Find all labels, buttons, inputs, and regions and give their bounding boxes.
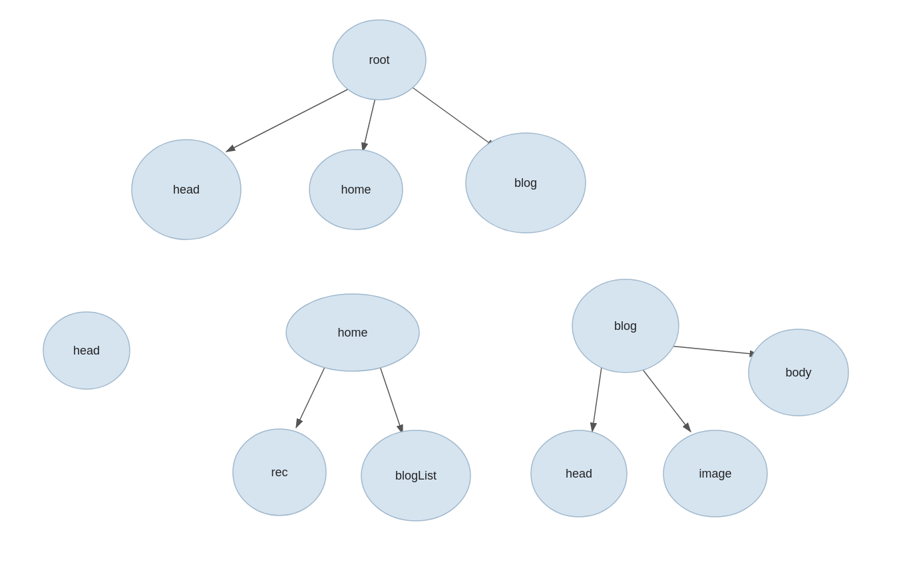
- label-bloglist: blogList: [395, 469, 437, 482]
- tree-diagram: root head home blog head home blog body …: [0, 0, 897, 588]
- label-blog2: blog: [614, 319, 637, 333]
- edge-blog2-image: [639, 365, 691, 432]
- edge-blog2-head3: [592, 363, 602, 432]
- label-body1: body: [785, 366, 811, 379]
- edge-root-home1: [363, 95, 376, 152]
- edge-home2-bloglist: [379, 365, 403, 434]
- label-head2: head: [73, 344, 100, 357]
- label-head1: head: [173, 183, 200, 196]
- label-rec: rec: [271, 466, 287, 479]
- label-root: root: [369, 53, 389, 67]
- label-image: image: [699, 467, 731, 480]
- edge-blog2-body1: [669, 346, 759, 355]
- label-head3: head: [566, 467, 592, 480]
- label-home1: home: [341, 183, 371, 196]
- edge-root-blog1: [409, 85, 496, 148]
- edge-home2-rec: [296, 365, 326, 428]
- label-blog1: blog: [514, 176, 537, 190]
- label-home2: home: [337, 326, 367, 339]
- edge-root-head1: [226, 85, 356, 152]
